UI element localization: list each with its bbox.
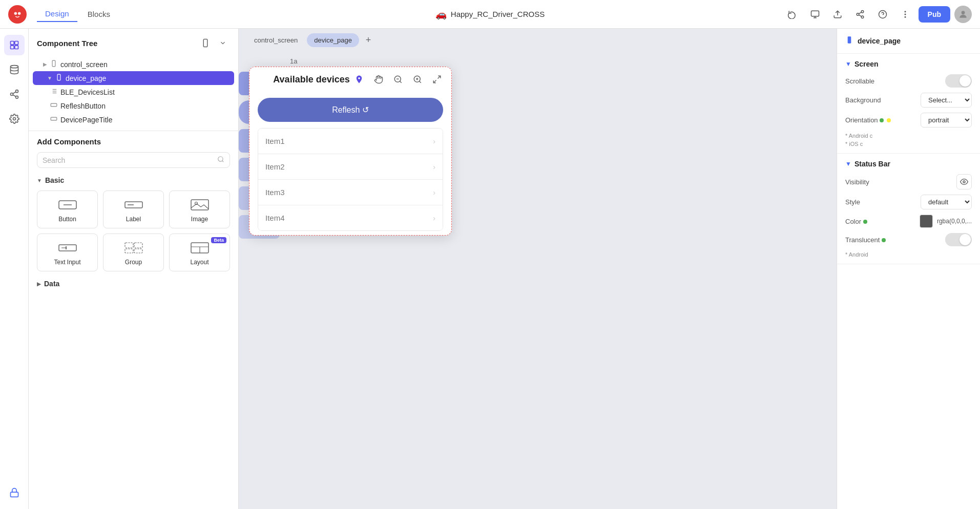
search-box[interactable]	[37, 152, 230, 168]
search-icon	[217, 156, 224, 164]
phone-hand-btn[interactable]	[370, 71, 387, 88]
search-input[interactable]	[43, 156, 213, 164]
phone-action-icons	[351, 71, 445, 88]
visibility-eye-btn[interactable]	[956, 174, 972, 189]
canvas-area: control_screen device_page + → 1a	[239, 29, 837, 509]
beta-badge: Beta	[211, 237, 226, 243]
list-item-1[interactable]: Item1 ›	[258, 129, 443, 154]
tree-item-control-screen[interactable]: ▶ control_screen	[29, 57, 238, 71]
component-card-text-input[interactable]: Text Input	[37, 234, 98, 271]
translucent-row: Translucent	[845, 233, 972, 246]
list-item-2[interactable]: Item2 ›	[258, 154, 443, 180]
svg-line-8	[859, 15, 861, 16]
canvas-content: → 1a Available devices	[239, 51, 837, 509]
svg-point-6	[857, 13, 859, 15]
svg-point-1	[14, 12, 17, 15]
list-item-4-label: Item4	[265, 214, 285, 222]
tree-item-label: device_page	[66, 74, 106, 82]
svg-rect-27	[10, 492, 18, 497]
chevron-down-icon: ▼	[47, 75, 52, 81]
label-component-label: Label	[126, 216, 141, 223]
svg-point-26	[13, 118, 15, 120]
tree-dropdown-icon[interactable]	[216, 36, 230, 50]
refresh-button[interactable]: Reflesh ↺	[258, 98, 443, 122]
share-icon[interactable]	[851, 5, 869, 24]
tree-item-label: control_screen	[60, 60, 108, 69]
list-item-3[interactable]: Item3 ›	[258, 180, 443, 205]
svg-line-62	[419, 81, 421, 82]
color-swatch[interactable]	[920, 215, 933, 228]
component-tree-header: Component Tree	[29, 29, 238, 55]
sidebar-lock-btn[interactable]	[4, 482, 25, 503]
phone-fit-btn[interactable]	[429, 71, 445, 88]
avatar[interactable]	[954, 6, 972, 23]
list-item-3-label: Item3	[265, 188, 285, 197]
sidebar-components-btn[interactable]	[4, 35, 25, 55]
svg-rect-30	[52, 60, 55, 67]
svg-point-40	[218, 157, 223, 161]
tab-design[interactable]: Design	[37, 6, 77, 22]
translucent-toggle[interactable]	[945, 233, 972, 246]
color-value-row: rgba(0,0,0,...	[920, 215, 972, 228]
sidebar-data-btn[interactable]	[4, 59, 25, 80]
screen-section-header[interactable]: ▼ Screen	[845, 60, 972, 68]
translucent-label: Translucent	[845, 236, 887, 244]
canvas-tab-device-page[interactable]: device_page	[307, 33, 359, 47]
screen-section-title: Screen	[854, 60, 879, 68]
history-icon[interactable]	[783, 5, 802, 24]
component-card-label[interactable]: Label	[103, 190, 164, 228]
status-bar-header[interactable]: ▼ Status Bar	[845, 160, 972, 168]
phone-zoom-out-btn[interactable]	[390, 71, 406, 88]
component-card-group[interactable]: Group	[103, 234, 164, 271]
phone-pin-btn[interactable]	[351, 71, 367, 88]
component-card-layout[interactable]: Beta Layout	[169, 234, 230, 271]
more-menu-icon[interactable]	[896, 5, 914, 24]
text-input-component-icon	[57, 240, 78, 256]
section-chevron-down-icon: ▼	[845, 160, 851, 167]
svg-rect-19	[14, 46, 18, 49]
tree-item-device-page[interactable]: ▼ device_page	[33, 71, 234, 85]
style-select[interactable]: default	[921, 195, 972, 209]
scrollable-row: Scrollable	[845, 74, 972, 88]
tree-device-icon[interactable]	[198, 36, 213, 50]
phone-zoom-in-btn[interactable]	[409, 71, 426, 88]
style-row: Style default	[845, 195, 972, 209]
label-icon	[50, 115, 57, 124]
svg-point-21	[15, 90, 18, 93]
tree-item-reflesh-button[interactable]: RefleshButton	[29, 99, 238, 113]
canvas-tab-control-screen[interactable]: control_screen	[247, 33, 305, 47]
color-row: Color rgba(0,0,0,...	[845, 215, 972, 228]
svg-line-41	[222, 161, 224, 162]
tree-item-ble-devices[interactable]: BLE_DevicesList	[29, 85, 238, 99]
props-header: device_page	[837, 29, 980, 54]
canvas-tab-add-button[interactable]: +	[361, 33, 376, 47]
category-basic-header[interactable]: ▼ Basic	[37, 176, 230, 184]
preview-icon[interactable]	[806, 5, 824, 24]
component-card-button[interactable]: Button	[37, 190, 98, 228]
help-icon[interactable]	[873, 5, 892, 24]
svg-point-0	[13, 9, 22, 18]
publish-button[interactable]: Pub	[919, 6, 950, 23]
svg-point-23	[15, 96, 18, 98]
add-components-section: Add Components ▼ Basic Button	[29, 131, 238, 509]
orientation-select[interactable]: portrait	[921, 113, 972, 128]
dot-indicator	[880, 118, 884, 122]
svg-point-7	[861, 16, 864, 18]
sidebar-settings-btn[interactable]	[4, 109, 25, 129]
sidebar-logic-btn[interactable]	[4, 84, 25, 104]
list-item-4[interactable]: Item4 ›	[258, 205, 443, 230]
category-data-header[interactable]: ▶ Data	[37, 280, 230, 288]
left-icon-sidebar	[0, 29, 29, 509]
group-component-icon	[123, 240, 144, 256]
tab-blocks[interactable]: Blocks	[79, 6, 118, 22]
component-card-image[interactable]: Image	[169, 190, 230, 228]
scrollable-toggle[interactable]	[945, 74, 972, 88]
android-annotation: * Android c	[845, 133, 972, 139]
background-select[interactable]: Select...	[921, 93, 972, 108]
svg-rect-38	[51, 103, 57, 107]
tree-item-device-page-title[interactable]: DevicePageTitle	[29, 113, 238, 126]
chevron-right-icon: ›	[433, 214, 435, 222]
chevron-right-icon: ›	[433, 188, 435, 197]
phone-frame: Available devices	[249, 67, 452, 236]
export-icon[interactable]	[828, 5, 847, 24]
